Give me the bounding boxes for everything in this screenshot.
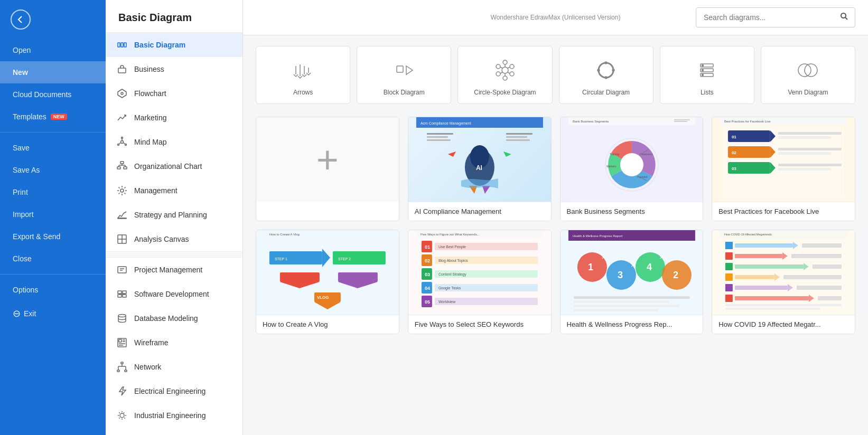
sidebar-item-save-as[interactable]: Save As — [0, 159, 106, 181]
sidebar-item-exit[interactable]: ⊖ Exit — [0, 301, 106, 326]
cat-icon-analysis — [116, 233, 128, 245]
sidebar-item-new[interactable]: New — [0, 61, 106, 83]
sidebar-item-open[interactable]: Open — [0, 39, 106, 61]
search-input[interactable] — [696, 9, 834, 26]
svg-text:How to Create A Vlog: How to Create A Vlog — [269, 233, 300, 236]
cat-item-wireframe[interactable]: Wireframe — [106, 330, 242, 355]
exit-icon: ⊖ — [13, 308, 21, 319]
svg-rect-190 — [725, 252, 733, 260]
svg-rect-46 — [125, 370, 127, 372]
cat-icon-strategy — [116, 209, 128, 221]
cat-item-electrical[interactable]: Electrical Engineering — [106, 379, 242, 403]
svg-rect-96 — [427, 139, 451, 141]
diagram-type-arrows[interactable]: Arrows — [256, 46, 350, 104]
bank-business-name: Bank Business Segments — [561, 202, 703, 221]
template-health[interactable]: Health & Wellness Progress Report 1 3 4 … — [560, 230, 704, 334]
svg-text:Health & Wellness Progress Rep: Health & Wellness Progress Report — [572, 234, 622, 238]
cat-icon-marketing — [116, 112, 128, 124]
health-name: Health & Wellness Progress Rep... — [561, 315, 703, 334]
diagram-type-lists[interactable]: Lists — [660, 46, 754, 104]
arrows-label: Arrows — [293, 89, 313, 96]
back-button[interactable] — [11, 10, 31, 30]
svg-text:STEP 1: STEP 1 — [275, 257, 287, 261]
svg-point-74 — [612, 69, 614, 71]
diagram-type-venn[interactable]: Venn Diagram — [761, 46, 855, 104]
cat-item-strategy[interactable]: Strategy and Planning — [106, 203, 242, 227]
svg-rect-124 — [778, 152, 831, 155]
sidebar-item-options[interactable]: Options — [0, 279, 106, 301]
svg-point-14 — [118, 144, 119, 146]
svg-rect-119 — [778, 136, 831, 139]
svg-rect-139 — [338, 272, 378, 282]
category-header: Basic Diagram — [106, 0, 242, 33]
arrows-icon — [292, 57, 315, 83]
svg-text:Content Strategy: Content Strategy — [438, 272, 466, 277]
svg-marker-200 — [774, 273, 780, 281]
sidebar-item-save[interactable]: Save — [0, 137, 106, 159]
svg-rect-2 — [124, 43, 126, 47]
cat-item-industrial[interactable]: Industrial Engineering — [106, 403, 242, 428]
cat-icon-electrical — [116, 385, 128, 397]
cat-item-database[interactable]: Database Modeling — [106, 306, 242, 330]
svg-rect-179 — [573, 296, 689, 299]
sidebar-item-import[interactable]: Import — [0, 203, 106, 225]
block-icon — [393, 57, 416, 83]
svg-point-66 — [496, 64, 500, 69]
diagram-type-circular[interactable]: Circular Diagram — [559, 46, 654, 104]
sidebar-item-print[interactable]: Print — [0, 181, 106, 203]
template-new-blank[interactable]: + — [256, 117, 399, 221]
template-covid[interactable]: How COVID-19 Affected Megatrends — [712, 230, 855, 334]
template-ai-compliance[interactable]: Acm Compliance Management AI — [408, 117, 552, 221]
cat-item-management[interactable]: Management — [106, 178, 242, 203]
cat-item-mindmap[interactable]: Mind Map — [106, 130, 242, 154]
svg-rect-209 — [818, 296, 842, 300]
svg-rect-97 — [506, 133, 533, 135]
cat-item-analysis[interactable]: Analysis Canvas — [106, 227, 242, 251]
svg-marker-140 — [338, 282, 378, 288]
sidebar-item-export[interactable]: Export & Send — [0, 225, 106, 248]
cat-icon-orgchart — [116, 160, 128, 172]
svg-rect-44 — [121, 362, 123, 364]
sidebar-item-templates[interactable]: Templates NEW — [0, 106, 106, 128]
diagram-type-block[interactable]: Block Diagram — [357, 46, 451, 104]
template-bank-business[interactable]: Bank Business Segments Customers — [560, 117, 704, 221]
back-button-area[interactable] — [0, 0, 106, 39]
search-button[interactable] — [834, 8, 855, 27]
template-seo[interactable]: Five Ways to Figure out What Keywords...… — [408, 230, 552, 334]
sidebar-item-close[interactable]: Close — [0, 248, 106, 270]
svg-rect-118 — [778, 132, 842, 135]
cat-item-business[interactable]: Business — [106, 57, 242, 81]
svg-point-65 — [496, 72, 500, 76]
cat-item-orgchart[interactable]: Organizational Chart — [106, 154, 242, 178]
venn-label: Venn Diagram — [788, 89, 828, 96]
svg-rect-15 — [120, 162, 124, 164]
main-header: Wondershare EdrawMax (Unlicensed Version… — [243, 0, 868, 35]
svg-rect-206 — [725, 295, 733, 302]
svg-text:Blog About Topics: Blog About Topics — [438, 259, 468, 263]
svg-rect-181 — [573, 305, 679, 307]
cat-item-software[interactable]: Software Development — [106, 282, 242, 306]
svg-rect-5 — [118, 68, 126, 73]
circle-spoke-icon — [493, 57, 517, 83]
diagram-type-circle-spoke[interactable]: Circle-Spoke Diagram — [458, 46, 552, 104]
cat-icon-business — [116, 63, 128, 75]
svg-text:How COVID-19 Affected Megatren: How COVID-19 Affected Megatrends — [724, 233, 772, 236]
template-facebook-live[interactable]: Best Practices for Facebook Live 01 — [712, 117, 855, 221]
svg-point-13 — [125, 144, 127, 146]
cat-item-marketing[interactable]: Marketing — [106, 106, 242, 130]
cat-item-flowchart[interactable]: Flowchart — [106, 81, 242, 106]
cat-item-network[interactable]: Network — [106, 355, 242, 379]
template-vlog[interactable]: How to Create A Vlog STEP 1 STEP 2 — [256, 230, 399, 334]
svg-point-12 — [122, 137, 123, 139]
svg-rect-207 — [735, 296, 809, 300]
cat-item-basic[interactable]: Basic Diagram — [106, 33, 242, 57]
svg-text:✕: ✕ — [630, 262, 634, 268]
sidebar-item-cloud[interactable]: Cloud Documents — [0, 83, 106, 106]
svg-point-64 — [503, 76, 507, 80]
search-bar — [696, 7, 855, 27]
cat-item-project[interactable]: Project Management — [106, 258, 242, 282]
svg-marker-192 — [782, 252, 788, 260]
svg-rect-189 — [802, 243, 842, 248]
svg-rect-94 — [427, 133, 453, 135]
svg-text:3: 3 — [617, 270, 622, 280]
